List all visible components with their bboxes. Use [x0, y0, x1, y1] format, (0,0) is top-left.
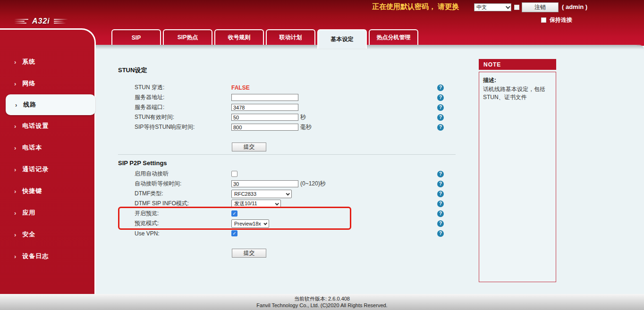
- logout-button[interactable]: 注销: [522, 2, 559, 12]
- sidebar-container: › 系统 › 网络 › 线路 › 电话设置 › 电话本 › 通话记录 › 快捷键…: [0, 28, 96, 294]
- help-icon[interactable]: ?: [437, 94, 444, 101]
- auto-answer-wait-input[interactable]: [231, 180, 298, 187]
- dtmf-type-select-value: RFC2833: [234, 191, 256, 197]
- chevron-right-icon: ›: [14, 232, 16, 238]
- sidebar-item-function-key[interactable]: › 快捷键: [0, 180, 94, 202]
- main-content: STUN设定 STUN 穿透: FALSE ? 服务器地址: ? 服务器端口: …: [96, 45, 644, 294]
- help-icon[interactable]: ?: [437, 220, 444, 227]
- brand-logo: A32i: [14, 17, 68, 25]
- dtmf-sip-info-row: DTMF SIP INFO模式: 发送10/11 ?: [118, 199, 444, 209]
- use-vpn-row: Use VPN: ✓ ?: [118, 228, 444, 238]
- note-panel-header: NOTE: [479, 59, 556, 70]
- header-mini-checkbox[interactable]: [514, 5, 519, 10]
- sidebar-item-line[interactable]: › 线路: [6, 94, 95, 115]
- dtmf-type-select[interactable]: RFC2833: [231, 190, 292, 198]
- chevron-right-icon: ›: [14, 210, 16, 216]
- sidebar-item-phone-settings[interactable]: › 电话设置: [0, 115, 94, 137]
- p2p-submit-button[interactable]: 提交: [232, 249, 266, 258]
- page-footer: 当前软件版本: 2.6.0.408 Fanvil Technology Co.,…: [0, 294, 644, 310]
- dtmf-sip-info-select[interactable]: 发送10/11: [231, 200, 281, 208]
- help-icon[interactable]: ?: [437, 124, 444, 131]
- chevron-right-icon: ›: [14, 123, 16, 129]
- sidebar-item-label: 线路: [23, 101, 36, 109]
- preview-mode-select[interactable]: Preview18x: [231, 219, 269, 228]
- chevron-right-icon: ›: [14, 253, 16, 260]
- keep-connected-checkbox[interactable]: [541, 17, 546, 23]
- chevron-right-icon: ›: [14, 188, 16, 194]
- stun-penetration-value: FALSE: [231, 84, 250, 91]
- sidebar-item-label: 设备日志: [22, 252, 49, 260]
- sidebar-item-call-log[interactable]: › 通话记录: [0, 159, 94, 180]
- default-password-warning: 正在使用默认密码， 请更换: [372, 2, 459, 11]
- sidebar-item-phonebook[interactable]: › 电话本: [0, 137, 94, 159]
- auto-answer-row: 启用自动接听 ?: [118, 169, 444, 179]
- tab-action-plan[interactable]: 联动计划: [266, 29, 315, 45]
- help-icon[interactable]: ?: [437, 191, 444, 197]
- stun-submit-button[interactable]: 提交: [232, 142, 266, 151]
- stun-penetration-row: STUN 穿透: FALSE ?: [118, 83, 444, 92]
- language-select[interactable]: 中文: [474, 3, 511, 11]
- server-port-row: 服务器端口: ?: [118, 102, 444, 112]
- p2p-section-title: SIP P2P Settings: [118, 159, 167, 167]
- sidebar-item-device-log[interactable]: › 设备日志: [0, 245, 94, 267]
- stun-form-rows: STUN 穿透: FALSE ? 服务器地址: ? 服务器端口: ? STUN有…: [118, 83, 444, 132]
- tab-dial-plan[interactable]: 收号规则: [214, 29, 264, 45]
- tab-sip[interactable]: SIP: [111, 29, 161, 45]
- chevron-right-icon: ›: [15, 102, 17, 108]
- tab-sip-hotspot[interactable]: SIP热点: [163, 29, 212, 45]
- help-icon[interactable]: ?: [437, 114, 444, 121]
- tab-hotspot-extension[interactable]: 热点分机管理: [369, 29, 418, 45]
- sidebar-nav: › 系统 › 网络 › 线路 › 电话设置 › 电话本 › 通话记录 › 快捷键…: [0, 30, 94, 294]
- sidebar-item-network[interactable]: › 网络: [0, 73, 94, 94]
- stun-section-title: STUN设定: [118, 66, 147, 75]
- chevron-right-icon: ›: [14, 81, 16, 87]
- chevron-right-icon: ›: [14, 59, 16, 65]
- field-label: Use VPN:: [135, 230, 231, 237]
- sip-wait-stun-row: SIP等待STUN响应时间: 毫秒 ?: [118, 122, 444, 132]
- p2p-form-rows: 启用自动接听 ? 自动接听等候时间: (0~120)秒 ? DTMF类型: RF…: [118, 169, 444, 238]
- auto-answer-checkbox[interactable]: [231, 171, 237, 177]
- help-icon[interactable]: ?: [437, 201, 444, 207]
- auto-answer-wait-row: 自动接听等候时间: (0~120)秒 ?: [118, 179, 444, 189]
- field-label: STUN 穿透:: [135, 84, 231, 92]
- sidebar-item-label: 系统: [22, 58, 35, 66]
- tab-basic-settings[interactable]: 基本设定: [317, 29, 367, 49]
- use-vpn-checkbox[interactable]: ✓: [231, 230, 237, 236]
- logo-speed-lines-right-icon: [54, 19, 68, 24]
- field-label: 预览模式:: [135, 219, 231, 227]
- note-panel: 描述: 话机线路基本设定，包括 STUN、证书文件: [479, 72, 556, 282]
- sidebar-item-system[interactable]: › 系统: [0, 51, 94, 73]
- preview-mode-row: 预览模式: Preview18x ?: [118, 218, 444, 228]
- server-address-input[interactable]: [231, 94, 298, 101]
- sidebar-item-security[interactable]: › 安全: [0, 224, 94, 245]
- field-label: 开启预览:: [135, 209, 231, 218]
- sidebar-item-application[interactable]: › 应用: [0, 202, 94, 224]
- server-port-input[interactable]: [231, 104, 298, 111]
- server-address-row: 服务器地址: ?: [118, 92, 444, 102]
- sidebar-item-label: 电话本: [22, 143, 42, 152]
- dtmf-type-row: DTMF类型: RFC2833 ?: [118, 189, 444, 199]
- sip-wait-stun-input[interactable]: [231, 124, 298, 131]
- keep-connected-row: 保持连接: [541, 16, 572, 24]
- help-icon[interactable]: ?: [437, 230, 444, 237]
- help-icon[interactable]: ?: [437, 171, 444, 177]
- help-icon[interactable]: ?: [437, 181, 444, 187]
- help-icon[interactable]: ?: [437, 104, 444, 111]
- help-icon[interactable]: ?: [437, 210, 444, 217]
- field-label: 自动接听等候时间:: [135, 180, 231, 188]
- chevron-down-icon: [263, 221, 267, 225]
- enable-preview-checkbox[interactable]: ✓: [231, 210, 237, 217]
- field-label: 服务器端口:: [135, 103, 231, 111]
- stun-valid-time-input[interactable]: [231, 114, 298, 121]
- preview-mode-select-value: Preview18x: [234, 221, 261, 226]
- sidebar-item-label: 应用: [22, 209, 35, 217]
- sidebar-item-label: 快捷键: [22, 187, 42, 195]
- unit-label: 毫秒: [300, 123, 312, 131]
- help-icon[interactable]: ?: [437, 84, 444, 91]
- unit-label: 秒: [300, 113, 306, 121]
- field-label: 启用自动接听: [135, 170, 231, 178]
- sidebar-item-label: 安全: [22, 230, 35, 239]
- stun-valid-time-row: STUN有效时间: 秒 ?: [118, 112, 444, 122]
- note-description-label: 描述:: [483, 76, 552, 84]
- chevron-down-icon: [286, 192, 289, 195]
